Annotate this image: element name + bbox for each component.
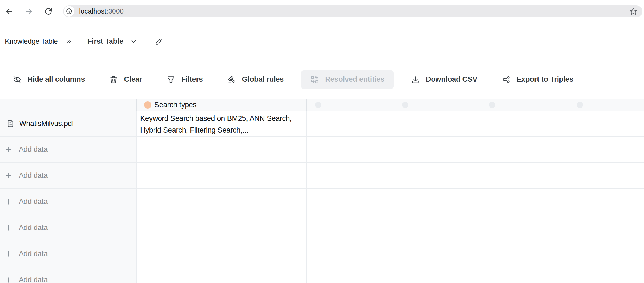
table-cell-empty[interactable] [393, 111, 480, 136]
column-header-empty[interactable] [393, 99, 480, 111]
table-cell-empty[interactable] [137, 267, 307, 283]
column-color-dot [144, 101, 151, 109]
add-data-button[interactable]: Add data [0, 163, 137, 188]
url-text: localhost:3000 [79, 7, 124, 15]
table-cell-empty[interactable] [568, 137, 644, 162]
filter-icon [167, 75, 175, 84]
document-column-header [0, 99, 137, 111]
url-bar[interactable]: localhost:3000 [63, 5, 642, 17]
clear-button[interactable]: Clear [109, 75, 142, 84]
column-header-empty[interactable] [480, 99, 568, 111]
add-data-label: Add data [19, 197, 48, 206]
table-cell-empty[interactable] [393, 267, 480, 283]
table-cell-empty[interactable] [307, 215, 393, 241]
add-data-row: Add data [0, 241, 644, 267]
table-cell-empty[interactable] [393, 241, 480, 267]
column-header-empty[interactable] [568, 99, 644, 111]
chevrons-right-icon [65, 38, 72, 45]
download-csv-button[interactable]: Download CSV [411, 75, 477, 84]
add-data-button[interactable]: Add data [0, 241, 137, 267]
table-cell-empty[interactable] [393, 137, 480, 162]
toolbar-button-label: Export to Triples [517, 75, 574, 84]
table-cell-empty[interactable] [480, 111, 568, 136]
table-cell-empty[interactable] [568, 267, 644, 283]
table-cell-empty[interactable] [137, 241, 307, 267]
table-cell-empty[interactable] [307, 163, 393, 188]
add-data-row: Add data [0, 163, 644, 189]
back-icon[interactable] [5, 7, 14, 16]
table-cell-empty[interactable] [307, 189, 393, 215]
table-row: WhatisMilvus.pdf Keyword Search based on… [0, 111, 644, 137]
share-icon [502, 75, 511, 84]
plus-icon [5, 146, 13, 154]
knowledge-table: Search types WhatisMilvus.pdf Keyword Se… [0, 99, 644, 283]
table-cell-empty[interactable] [568, 241, 644, 267]
add-data-label: Add data [19, 276, 48, 283]
add-data-button[interactable]: Add data [0, 267, 137, 283]
breadcrumb[interactable]: Knowledge Table [5, 37, 58, 46]
plus-icon [5, 198, 13, 206]
chevron-down-icon[interactable] [130, 38, 137, 45]
table-cell-empty[interactable] [568, 163, 644, 188]
column-header-search-types[interactable]: Search types [137, 99, 307, 111]
add-data-row: Add data [0, 137, 644, 163]
plus-icon [5, 172, 13, 180]
trash-icon [109, 75, 118, 84]
add-data-label: Add data [19, 224, 48, 232]
add-data-button[interactable]: Add data [0, 189, 137, 215]
table-cell-empty[interactable] [137, 215, 307, 241]
browser-chrome: localhost:3000 [0, 0, 644, 23]
add-data-button[interactable]: Add data [0, 137, 137, 162]
table-name[interactable]: First Table [87, 37, 123, 46]
url-host: localhost [79, 7, 106, 15]
table-cell-empty[interactable] [307, 137, 393, 162]
toolbar-button-label: Hide all columns [27, 75, 85, 84]
table-cell-empty[interactable] [137, 163, 307, 188]
toolbar-button-label: Global rules [242, 75, 284, 84]
table-cell-empty[interactable] [307, 241, 393, 267]
edit-table-name-icon[interactable] [155, 37, 163, 46]
filters-button[interactable]: Filters [167, 75, 203, 84]
table-cell-empty[interactable] [137, 189, 307, 215]
global-rules-button[interactable]: Global rules [227, 75, 284, 84]
reload-icon[interactable] [44, 7, 53, 16]
table-cell-empty[interactable] [480, 189, 568, 215]
file-icon [7, 120, 15, 128]
browser-nav-buttons [0, 7, 63, 16]
table-cell-empty[interactable] [393, 215, 480, 241]
add-data-label: Add data [19, 250, 48, 258]
hide-all-columns-button[interactable]: Hide all columns [13, 75, 85, 84]
url-port: :3000 [106, 7, 124, 15]
table-cell-empty[interactable] [393, 163, 480, 188]
document-name: WhatisMilvus.pdf [19, 120, 74, 128]
table-cell-empty[interactable] [307, 267, 393, 283]
site-info-chip[interactable] [64, 6, 74, 17]
table-cell-search-types[interactable]: Keyword Search based on BM25, ANN Search… [137, 111, 307, 136]
table-cell-empty[interactable] [568, 215, 644, 241]
replace-icon [310, 75, 319, 84]
bookmark-star-icon[interactable] [629, 7, 637, 15]
table-cell-empty[interactable] [480, 215, 568, 241]
toolbar-button-label: Resolved entities [325, 75, 384, 84]
table-cell-empty[interactable] [480, 267, 568, 283]
add-data-button[interactable]: Add data [0, 215, 137, 241]
table-cell-empty[interactable] [137, 137, 307, 162]
plus-icon [5, 250, 13, 258]
toolbar-button-label: Download CSV [426, 75, 477, 84]
table-cell-empty[interactable] [307, 111, 393, 136]
column-color-dot [577, 102, 583, 108]
table-cell-empty[interactable] [568, 189, 644, 215]
table-cell-empty[interactable] [480, 137, 568, 162]
table-cell-empty[interactable] [480, 163, 568, 188]
document-cell[interactable]: WhatisMilvus.pdf [0, 111, 137, 136]
table-cell-empty[interactable] [568, 111, 644, 136]
table-cell-empty[interactable] [480, 241, 568, 267]
forward-icon [24, 7, 33, 16]
export-to-triples-button[interactable]: Export to Triples [502, 75, 574, 84]
add-data-row: Add data [0, 215, 644, 241]
column-header-empty[interactable] [307, 99, 393, 111]
add-data-label: Add data [19, 171, 48, 180]
table-cell-empty[interactable] [393, 189, 480, 215]
eye-off-icon [13, 75, 21, 84]
column-color-dot [315, 102, 321, 108]
